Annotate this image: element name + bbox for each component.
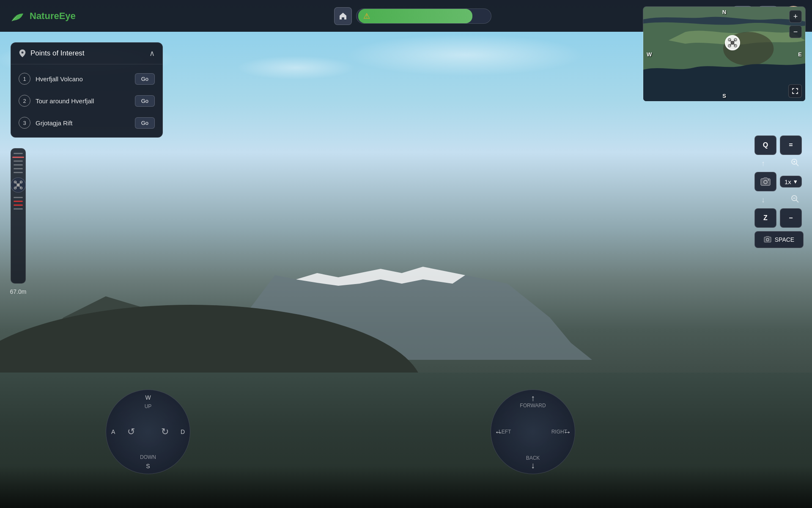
poi-item-left-3: 3 Grjotagja Rift	[19, 117, 73, 129]
camera-small-icon	[764, 236, 771, 243]
poi-number-3: 3	[19, 117, 30, 129]
logo-icon	[8, 8, 25, 25]
camera-icon	[760, 177, 771, 186]
space-label: SPACE	[775, 236, 794, 243]
poi-item-1[interactable]: 1 Hverfjall Volcano Go	[11, 68, 162, 90]
speed-arrow-icon: ▾	[794, 178, 797, 185]
drone-small-icon	[14, 180, 23, 190]
slider-mark-4	[14, 164, 23, 166]
joystick-left-circle[interactable]: W UP A ↺ ↻ D DOWN S	[106, 389, 190, 474]
joystick-left-down-label: DOWN	[140, 454, 156, 460]
poi-item-3[interactable]: 3 Grjotagja Rift Go	[11, 112, 162, 134]
poi-name-1: Hverfjall Volcano	[36, 75, 83, 83]
poi-list: 1 Hverfjall Volcano Go 2 Tour around Hve…	[11, 64, 162, 137]
slider-mark-8	[14, 208, 23, 210]
right-controls: Q = ↑ 1x ▾ ↓	[754, 135, 804, 248]
poi-number-1: 1	[19, 73, 30, 85]
joystick-right[interactable]: ↑ FORWARD ← LEFT RIGHT → BACK ↓	[491, 389, 575, 474]
slider-mark-red-1	[14, 201, 23, 202]
mini-map-background: N W E S + −	[643, 7, 805, 101]
joystick-left[interactable]: W UP A ↺ ↻ D DOWN S	[106, 389, 190, 474]
minimap-zoom-in-button[interactable]: +	[789, 10, 802, 23]
go-button-2[interactable]: Go	[135, 95, 155, 107]
joystick-left-up-label: UP	[145, 403, 152, 409]
minimap-south-label: S	[722, 93, 726, 99]
svg-line-42	[796, 200, 799, 203]
slider-mark-6	[14, 172, 23, 173]
poi-collapse-button[interactable]: ∧	[149, 49, 155, 58]
dash-button[interactable]: −	[780, 208, 802, 228]
warning-icon: ⚠	[363, 11, 370, 21]
slider-mark-5	[14, 168, 23, 169]
speed-selector[interactable]: 1x ▾	[780, 176, 802, 188]
minimap-west-label: W	[647, 51, 652, 57]
poi-name-2: Tour around Hverfjall	[36, 97, 94, 105]
speed-value: 1x	[785, 178, 791, 185]
rc-arrow-up-icon: ↑	[754, 159, 765, 168]
location-pin-icon	[19, 49, 26, 58]
poi-header: Points of Interest ∧	[11, 43, 162, 64]
joystick-right-left-label: LEFT	[499, 429, 511, 435]
joystick-left-s-label: S	[146, 463, 150, 469]
poi-name-3: Grjotagja Rift	[36, 119, 73, 127]
rc-row-2: ↑	[754, 158, 804, 168]
drone-altitude-icon	[11, 177, 26, 193]
joystick-right-back-label: BACK	[526, 455, 540, 461]
slider-mark-7	[14, 197, 23, 198]
expand-icon	[792, 88, 798, 94]
poi-item-left-1: 1 Hverfjall Volcano	[19, 73, 83, 85]
minimap-zoom-out-button[interactable]: −	[789, 25, 802, 38]
poi-number-2: 2	[19, 95, 30, 107]
rc-row-3: 1x ▾	[754, 172, 804, 191]
rc-row-1: Q =	[754, 135, 804, 155]
minimap-north-label: N	[722, 9, 726, 15]
joystick-left-rotate-icon: ↺	[127, 426, 135, 437]
camera-button[interactable]	[754, 172, 776, 191]
svg-point-11	[22, 52, 24, 54]
joystick-left-w-label: W	[145, 394, 151, 401]
joystick-right-up-arrow: ↑	[531, 393, 535, 403]
slider-mark-1	[14, 153, 23, 154]
rc-arrow-down-icon: ↓	[754, 196, 765, 204]
joystick-right-forward-label: FORWARD	[520, 403, 546, 409]
go-button-1[interactable]: Go	[135, 73, 155, 85]
joystick-right-down-arrow: ↓	[531, 461, 535, 470]
rc-row-4: ↓	[754, 195, 804, 205]
minimap-expand-button[interactable]	[788, 84, 802, 98]
drone-icon	[728, 38, 737, 47]
space-button[interactable]: SPACE	[754, 231, 804, 248]
joystick-right-circle[interactable]: ↑ FORWARD ← LEFT RIGHT → BACK ↓	[491, 389, 575, 474]
poi-item-left-2: 2 Tour around Hverfjall	[19, 95, 94, 107]
z-button[interactable]: Z	[754, 208, 776, 228]
joystick-left-d-label: D	[181, 428, 185, 435]
minimap-east-label: E	[798, 51, 802, 57]
joystick-left-a-label: A	[111, 428, 115, 435]
minimap-drone-marker	[725, 35, 740, 50]
slider-mark-2	[12, 157, 24, 158]
logo-text: NatureEye	[30, 11, 76, 22]
go-button-3[interactable]: Go	[135, 117, 155, 129]
poi-item-2[interactable]: 2 Tour around Hverfjall Go	[11, 90, 162, 112]
rc-row-6: SPACE	[754, 231, 804, 248]
svg-point-16	[731, 41, 734, 44]
progress-bar-fill	[358, 9, 472, 23]
equals-button[interactable]: =	[780, 135, 802, 155]
altitude-slider: 67.0m	[11, 148, 26, 284]
zoom-in-icon	[791, 158, 799, 167]
poi-header-left: Points of Interest	[19, 49, 85, 58]
progress-bar-container: ⚠	[356, 8, 491, 24]
q-button[interactable]: Q	[754, 135, 776, 155]
svg-line-37	[796, 164, 799, 166]
altitude-label: 67.0m	[10, 288, 27, 295]
zoom-out-icon	[791, 195, 799, 203]
mini-map: N W E S + −	[643, 6, 806, 102]
home-button[interactable]	[334, 7, 352, 25]
rc-row-5: Z −	[754, 208, 804, 228]
slider-mark-3	[14, 160, 23, 162]
rc-zoom-in-icon	[791, 158, 804, 168]
slider-mark-red-2	[14, 204, 23, 206]
poi-panel: Points of Interest ∧ 1 Hverfjall Volcano…	[11, 42, 163, 138]
top-center-controls: ⚠	[102, 7, 724, 25]
joystick-right-rotate-icon: ↻	[161, 426, 169, 437]
svg-point-39	[768, 179, 769, 181]
